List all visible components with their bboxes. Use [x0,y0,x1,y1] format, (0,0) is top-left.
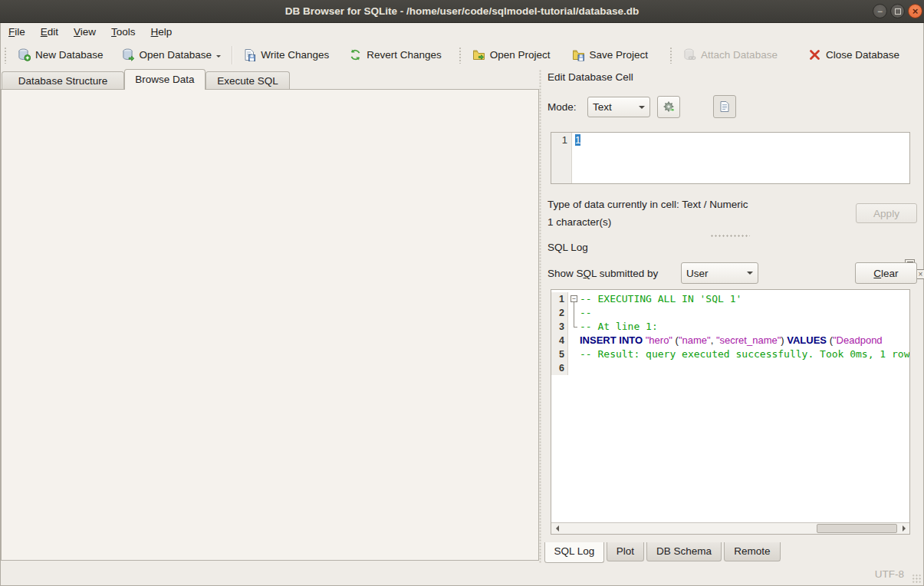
toolbar-separator [232,46,232,64]
new-database-icon [18,48,31,61]
menu-bar: File Edit View Tools Help [1,23,923,41]
main-toolbar: New Database Open Database Write Changes… [1,41,923,69]
log-line: 1 − -- EXECUTING ALL IN 'SQL 1' [551,292,909,306]
tab-execute-sql[interactable]: Execute SQL [206,71,290,90]
tab-browse-data[interactable]: Browse Data [124,69,206,90]
mode-selector[interactable]: Text [587,97,650,117]
toolbar-drag-handle[interactable] [669,47,672,64]
save-project-icon [572,48,585,61]
log-line: 3 -- At line 1: [551,320,909,334]
log-line: 5 -- Result: query executed successfully… [551,347,909,361]
app-window: DB Browser for SQLite - /home/user/code/… [0,0,924,586]
dock-tab-plot[interactable]: Plot [607,542,644,561]
edit-cell-dock-title: Edit Database Cell [547,71,633,83]
apply-button: Apply [856,203,917,223]
clear-log-button[interactable]: Clear [855,262,917,284]
main-tab-bar: Database Structure Browse Data Execute S… [2,69,290,90]
sql-log-view[interactable]: 1 − -- EXECUTING ALL IN 'SQL 1' 2 -- 3 -… [551,289,910,535]
encoding-indicator: UTF-8 [875,568,904,580]
close-database-icon [808,48,821,61]
log-line: 2 -- [551,306,909,320]
editor-content[interactable]: 1 [572,133,580,183]
title-bar: DB Browser for SQLite - /home/user/code/… [0,0,924,23]
cell-type-info: Type of data currently in cell: Text / N… [547,199,748,210]
browse-data-panel [1,89,539,561]
write-changes-button[interactable]: Write Changes [238,45,334,64]
scroll-right-arrow[interactable] [899,523,909,534]
chevron-down-icon [747,272,753,278]
menu-file[interactable]: File [1,23,33,41]
sql-source-value: User [686,268,709,279]
fold-marker[interactable]: − [568,292,580,306]
menu-edit[interactable]: Edit [33,23,66,41]
minimize-icon: − [877,6,883,17]
mode-label: Mode: [547,101,577,113]
cell-editor[interactable]: 1 1 [551,132,910,184]
minimize-button[interactable]: − [873,4,887,18]
scroll-left-arrow[interactable] [551,523,562,534]
fold-guide [568,320,580,334]
auto-mode-button[interactable] [657,96,680,118]
write-changes-icon [243,48,256,61]
save-project-button[interactable]: Save Project [567,45,653,64]
show-sql-label: Show SQL submitted by [547,268,658,279]
maximize-icon [895,8,901,15]
toolbar-drag-handle[interactable] [4,47,7,64]
document-icon [718,100,731,113]
resize-grip[interactable] [912,574,922,584]
close-button[interactable]: × [908,4,922,18]
menu-tools[interactable]: Tools [104,23,143,41]
gear-icon [663,100,676,114]
close-database-button[interactable]: Close Database [804,45,904,64]
dock-resize-handle[interactable] [710,234,750,238]
sql-source-selector[interactable]: User [681,262,758,284]
sql-log-dock-title: SQL Log [547,242,588,253]
chevron-down-icon [639,106,645,112]
horizontal-scrollbar[interactable] [551,522,909,534]
open-database-icon [122,48,135,61]
close-icon: × [912,5,919,17]
selected-text: 1 [575,134,580,146]
mode-selector-value: Text [593,101,612,113]
editor-line-number: 1 [551,133,572,183]
dock-tab-sql-log[interactable]: SQL Log [544,542,604,563]
open-project-button[interactable]: Open Project [468,45,555,64]
log-line: 4 INSERT INTO "hero" ("name", "secret_na… [551,334,909,347]
window-title: DB Browser for SQLite - /home/user/code/… [0,0,924,23]
new-database-button[interactable]: New Database [13,45,108,64]
revert-changes-icon [349,48,362,61]
tab-database-structure[interactable]: Database Structure [2,71,124,90]
log-line: 6 [551,361,909,375]
attach-database-button: Attach Database [679,45,782,64]
text-mode-toggle[interactable] [713,95,736,118]
sql-statement: INSERT INTO "hero" ("name", "secret_name… [580,334,883,347]
attach-database-icon [683,48,696,61]
maximize-button[interactable] [890,4,905,18]
dock-tab-db-schema[interactable]: DB Schema [646,542,722,561]
open-database-button[interactable]: Open Database [117,45,226,64]
fold-guide [568,306,580,320]
cell-size-info: 1 character(s) [547,216,611,228]
menu-view[interactable]: View [66,23,104,41]
open-project-icon [472,48,485,61]
dock-tab-remote[interactable]: Remote [724,542,781,561]
toolbar-drag-handle[interactable] [459,47,462,64]
revert-changes-button[interactable]: Revert Changes [344,45,446,64]
scrollbar-thumb[interactable] [817,524,897,533]
open-database-dropdown-arrow[interactable] [216,55,221,60]
menu-help[interactable]: Help [143,23,180,41]
